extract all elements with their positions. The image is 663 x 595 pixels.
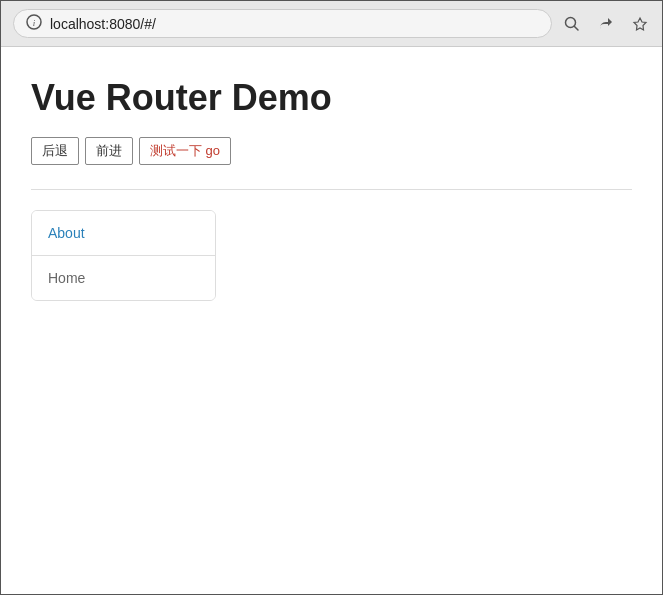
svg-marker-4 [634, 18, 646, 30]
route-item-about[interactable]: About [32, 211, 215, 256]
share-button[interactable] [596, 14, 616, 34]
search-button[interactable] [562, 14, 582, 34]
go-button[interactable]: 测试一下 go [139, 137, 231, 165]
page-content: Vue Router Demo 后退 前进 测试一下 go About Home [1, 47, 662, 321]
back-button[interactable]: 后退 [31, 137, 79, 165]
svg-text:i: i [33, 18, 36, 28]
section-divider [31, 189, 632, 190]
browser-chrome: i localhost:8080/#/ [1, 1, 662, 47]
route-list: About Home [31, 210, 216, 301]
address-bar[interactable]: i localhost:8080/#/ [13, 9, 552, 38]
info-icon: i [26, 14, 42, 33]
bookmark-button[interactable] [630, 14, 650, 34]
nav-buttons: 后退 前进 测试一下 go [31, 137, 632, 165]
svg-line-3 [575, 26, 579, 30]
route-item-home[interactable]: Home [32, 256, 215, 300]
forward-button[interactable]: 前进 [85, 137, 133, 165]
address-text: localhost:8080/#/ [50, 16, 539, 32]
page-title: Vue Router Demo [31, 77, 632, 119]
browser-action-icons [562, 14, 650, 34]
